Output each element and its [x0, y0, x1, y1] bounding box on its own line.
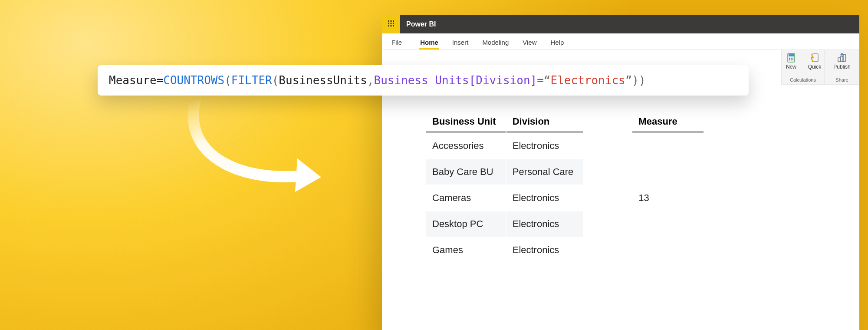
cell-bu: Accessories	[426, 133, 506, 158]
new-measure-button[interactable]: New	[782, 53, 801, 70]
formula-quote-open: “	[544, 74, 551, 87]
cell-div: Electronics	[506, 238, 583, 263]
svg-rect-4	[391, 23, 392, 24]
quick-measure-label: Quick	[808, 64, 822, 70]
svg-rect-1	[391, 20, 392, 22]
table-row: Accessories Electronics	[426, 133, 583, 158]
publish-button[interactable]: Publish	[832, 53, 852, 70]
calculator-icon	[786, 53, 796, 63]
svg-rect-7	[391, 25, 392, 26]
cell-div: Electronics	[506, 211, 583, 237]
dax-formula-bar[interactable]: Measure = COUNTROWS ( FILTER ( BusinessU…	[98, 65, 749, 96]
menu-home[interactable]: Home	[419, 35, 439, 50]
formula-fn-filter: FILTER	[231, 74, 272, 87]
formula-paren-close: )	[632, 74, 639, 87]
business-units-table: Business Unit Division Accessories Elect…	[425, 111, 584, 264]
ribbon-group-share: Publish Share	[825, 50, 859, 84]
cell-div: Electronics	[506, 185, 583, 211]
cell-div: Personal Care	[506, 159, 583, 185]
powerbi-window: Power BI File Home Insert Modeling View …	[382, 15, 859, 330]
formula-equals: =	[157, 74, 164, 87]
measure-value: 13	[632, 133, 703, 263]
col-header-bu[interactable]: Business Unit	[426, 112, 506, 132]
ribbon-group-calculations-title: Calculations	[790, 77, 816, 82]
ribbon-group-share-title: Share	[835, 77, 848, 82]
formula-paren-open: (	[272, 74, 279, 87]
col-header-div[interactable]: Division	[506, 112, 583, 132]
table-row: 13	[632, 133, 703, 263]
svg-rect-6	[388, 25, 389, 26]
cell-bu: Baby Care BU	[426, 159, 506, 185]
app-launcher-button[interactable]	[382, 15, 400, 33]
svg-rect-0	[388, 20, 389, 22]
ribbon: New Quick Calculations	[781, 50, 859, 85]
svg-point-13	[792, 58, 793, 59]
measure-header[interactable]: Measure	[632, 112, 703, 132]
menu-modeling[interactable]: Modeling	[481, 35, 510, 50]
quick-calc-icon	[809, 53, 820, 63]
formula-paren-close: )	[639, 74, 646, 87]
publish-icon	[837, 53, 847, 63]
menu-help[interactable]: Help	[550, 35, 565, 50]
formula-column-ref: Business Units[Division]	[374, 74, 537, 87]
report-canvas: Business Unit Division Accessories Elect…	[425, 111, 842, 264]
menu-view[interactable]: View	[522, 35, 537, 50]
svg-rect-5	[393, 23, 394, 24]
formula-paren-open: (	[224, 74, 231, 87]
formula-measure-name: Measure	[109, 74, 157, 87]
svg-rect-3	[388, 23, 389, 24]
formula-table-ref: BusinessUnits	[279, 74, 367, 87]
formula-fn-countrows: COUNTROWS	[163, 74, 224, 87]
table-row: Games Electronics	[426, 238, 583, 263]
quick-measure-button[interactable]: Quick	[805, 53, 824, 70]
svg-rect-8	[393, 25, 394, 26]
svg-point-14	[789, 59, 790, 60]
menu-bar: File Home Insert Modeling View Help	[382, 33, 859, 50]
svg-rect-2	[393, 20, 394, 22]
table-row: Desktop PC Electronics	[426, 211, 583, 237]
cell-bu: Desktop PC	[426, 211, 506, 237]
publish-label: Publish	[833, 64, 850, 70]
formula-string: Electronics	[551, 74, 625, 87]
svg-point-11	[789, 58, 790, 59]
menu-insert[interactable]: Insert	[451, 35, 470, 50]
new-measure-label: New	[786, 64, 796, 70]
svg-rect-18	[838, 58, 840, 62]
svg-point-15	[791, 59, 792, 60]
waffle-icon	[388, 20, 395, 29]
table-row: Baby Care BU Personal Care	[426, 159, 583, 185]
svg-point-16	[792, 59, 793, 60]
ribbon-group-calculations: New Quick Calculations	[782, 50, 825, 84]
cell-div: Electronics	[506, 133, 583, 158]
cell-bu: Cameras	[426, 185, 506, 211]
svg-point-12	[791, 58, 792, 59]
app-title: Power BI	[406, 20, 436, 28]
formula-compare-eq: =	[537, 74, 544, 87]
table-row: Cameras Electronics	[426, 185, 583, 211]
cell-bu: Games	[426, 238, 506, 263]
svg-rect-10	[789, 54, 794, 56]
title-bar: Power BI	[382, 15, 859, 33]
formula-comma: ,	[367, 74, 374, 87]
svg-rect-20	[843, 54, 845, 62]
menu-file[interactable]: File	[391, 35, 403, 50]
formula-quote-close: ”	[625, 74, 632, 87]
measure-card-table: Measure 13	[631, 111, 704, 264]
